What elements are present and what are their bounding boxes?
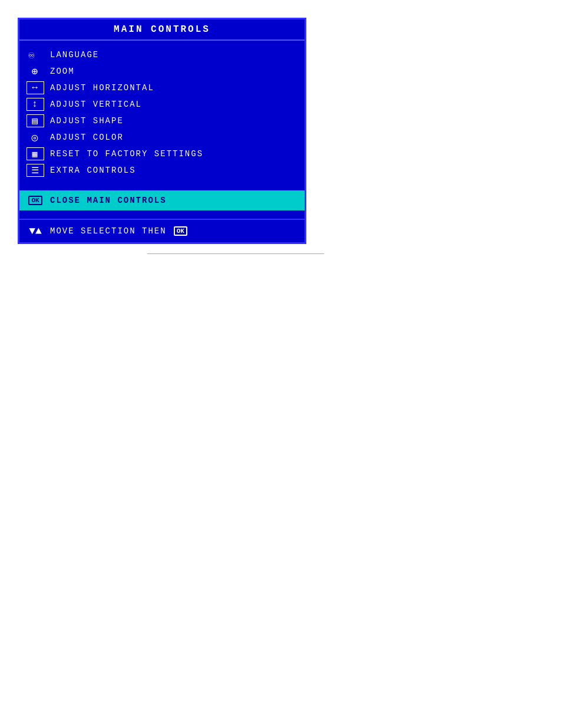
horiz-icon: ↔: [27, 81, 44, 94]
nav-icon: ▼▲: [27, 225, 44, 238]
language-label: LANGUAGE: [50, 50, 99, 60]
menu-item-language[interactable]: ♾ LANGUAGE: [19, 47, 305, 63]
menu-item-extra[interactable]: ☰ EXTRA CONTROLS: [19, 162, 305, 179]
zoom-icon: ⊕: [27, 65, 44, 78]
osd-menu: ♾ LANGUAGE ⊕ ZOOM ↔ ADJUST HORIZONTAL ↕ …: [19, 41, 305, 187]
shape-label: ADJUST SHAPE: [50, 116, 124, 126]
close-bar[interactable]: OK CLOSE MAIN CONTROLS: [19, 190, 305, 210]
ok-badge-footer: OK: [174, 226, 187, 236]
vert-icon: ↕: [27, 98, 44, 111]
osd-title-bar: MAIN CONTROLS: [19, 19, 305, 41]
osd-footer: ▼▲ MOVE SELECTION THEN OK: [19, 219, 305, 242]
footer-label: MOVE SELECTION THEN: [50, 226, 167, 236]
separator-line: [147, 253, 324, 254]
footer-divider: [19, 214, 305, 219]
shape-icon: ▤: [27, 114, 44, 127]
menu-item-shape[interactable]: ▤ ADJUST SHAPE: [19, 113, 305, 129]
close-label: CLOSE MAIN CONTROLS: [50, 196, 167, 205]
extra-label: EXTRA CONTROLS: [50, 166, 136, 175]
zoom-label: ZOOM: [50, 67, 75, 76]
language-icon: ♾: [27, 48, 44, 61]
menu-item-horiz[interactable]: ↔ ADJUST HORIZONTAL: [19, 80, 305, 96]
extra-icon: ☰: [27, 164, 44, 177]
ok-badge-close: OK: [28, 196, 42, 205]
menu-item-vert[interactable]: ↕ ADJUST VERTICAL: [19, 96, 305, 113]
menu-divider: [19, 179, 305, 183]
svg-text:♾: ♾: [28, 48, 36, 61]
menu-item-reset[interactable]: ▦ RESET TO FACTORY SETTINGS: [19, 146, 305, 162]
vert-label: ADJUST VERTICAL: [50, 100, 142, 109]
color-icon: ◎: [27, 131, 44, 144]
reset-label: RESET TO FACTORY SETTINGS: [50, 149, 203, 159]
color-label: ADJUST COLOR: [50, 133, 124, 142]
menu-item-zoom[interactable]: ⊕ ZOOM: [19, 63, 305, 80]
reset-icon: ▦: [27, 147, 44, 160]
osd-title: MAIN CONTROLS: [114, 24, 210, 35]
close-ok-icon: OK: [27, 194, 44, 207]
menu-item-color[interactable]: ◎ ADJUST COLOR: [19, 129, 305, 146]
osd-panel: MAIN CONTROLS ♾ LANGUAGE ⊕ ZOOM ↔ ADJUST…: [18, 18, 306, 244]
horiz-label: ADJUST HORIZONTAL: [50, 83, 154, 93]
